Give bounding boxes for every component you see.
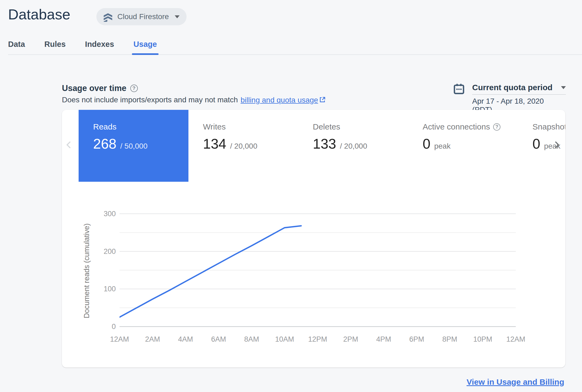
caret-down-icon: [175, 15, 180, 18]
y-tick-label: 200: [89, 247, 116, 256]
chevron-left-icon: [63, 139, 75, 151]
x-tick-label: 10AM: [268, 335, 301, 344]
card-label: Snapshot listeners: [532, 122, 565, 131]
y-axis-title: Document reads (cumulative): [83, 217, 91, 325]
tab-bar: DataRulesIndexesUsage: [8, 38, 582, 55]
calendar-icon: [453, 83, 465, 96]
x-tick-label: 2AM: [136, 335, 169, 344]
card-value: 0: [532, 136, 540, 152]
quota-period-label: Current quota period: [472, 83, 552, 92]
x-tick-label: 6PM: [401, 335, 433, 344]
x-tick-label: 12PM: [301, 335, 334, 344]
firestore-icon: [103, 12, 113, 22]
usage-metric-cards: Reads268/ 50,000Writes134/ 20,000Deletes…: [79, 110, 565, 182]
external-link-icon: [319, 96, 326, 105]
view-usage-billing-link[interactable]: View in Usage and Billing: [467, 377, 564, 387]
x-tick-label: 8PM: [434, 335, 466, 344]
y-tick-label: 300: [89, 209, 116, 218]
usage-card-active-connections[interactable]: Active connections?0peak: [408, 110, 518, 182]
chevron-right-icon[interactable]: [551, 139, 563, 151]
tab-usage[interactable]: Usage: [134, 38, 157, 54]
usage-card-writes[interactable]: Writes134/ 20,000: [188, 110, 298, 182]
y-tick-label: 0: [89, 322, 116, 331]
usage-panel: Reads268/ 50,000Writes134/ 20,000Deletes…: [62, 110, 565, 368]
card-label: Reads: [93, 122, 117, 131]
section-title: Usage over time: [62, 83, 127, 93]
caret-down-icon: [561, 86, 566, 89]
section-subtitle: Does not include imports/exports and may…: [62, 95, 326, 104]
tab-data[interactable]: Data: [8, 38, 25, 54]
y-tick-label: 100: [89, 284, 116, 293]
card-label: Active connections: [423, 122, 490, 131]
card-value: 134: [203, 136, 226, 152]
question-circle-icon[interactable]: ?: [130, 85, 138, 92]
card-label: Writes: [203, 122, 226, 131]
divider: [472, 94, 566, 95]
product-selector-dropdown[interactable]: Cloud Firestore: [96, 8, 187, 25]
x-tick-label: 4AM: [169, 335, 202, 344]
x-tick-label: 2PM: [335, 335, 367, 344]
x-tick-label: 10PM: [467, 335, 499, 344]
tab-indexes[interactable]: Indexes: [85, 38, 114, 54]
card-value: 133: [313, 136, 336, 152]
product-selector-label: Cloud Firestore: [117, 12, 169, 21]
card-denominator: peak: [434, 142, 451, 150]
card-value: 0: [423, 136, 430, 152]
tab-rules[interactable]: Rules: [44, 38, 66, 54]
usage-card-deletes[interactable]: Deletes133/ 20,000: [298, 110, 408, 182]
x-tick-label: 12AM: [500, 335, 532, 344]
billing-quota-usage-link[interactable]: billing and quota usage: [241, 95, 326, 104]
usage-over-time-header: Usage over time ?: [62, 83, 138, 93]
usage-line-chart: [120, 213, 516, 328]
question-circle-icon[interactable]: ?: [493, 123, 500, 131]
firebase-database-usage-page: Database Cloud Firestore DataRulesIndexe…: [0, 0, 582, 392]
usage-card-reads[interactable]: Reads268/ 50,000: [79, 110, 188, 182]
subtitle-text: Does not include imports/exports and may…: [62, 96, 238, 104]
reads-series-line: [120, 226, 301, 317]
card-denominator: / 50,000: [120, 142, 148, 150]
card-value: 268: [93, 136, 117, 152]
x-tick-label: 12AM: [103, 335, 136, 344]
x-tick-label: 4PM: [367, 335, 400, 344]
x-tick-label: 8AM: [236, 335, 268, 344]
card-denominator: / 20,000: [340, 142, 367, 150]
x-tick-label: 6AM: [202, 335, 235, 344]
card-label: Deletes: [313, 122, 340, 131]
card-denominator: / 20,000: [230, 142, 257, 150]
quota-period-selector[interactable]: Current quota period Apr 17 - Apr 18, 20…: [472, 82, 566, 114]
page-title: Database: [8, 6, 70, 23]
